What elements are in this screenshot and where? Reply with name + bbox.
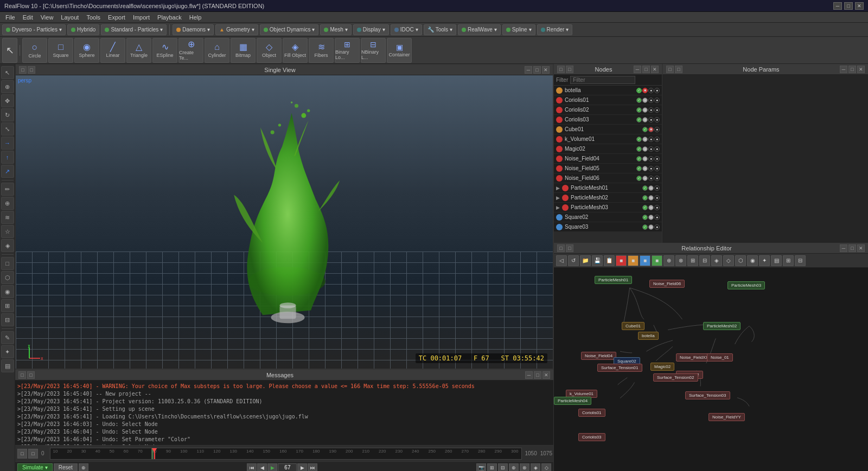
- pb-btn-r3[interactable]: ⊕: [509, 463, 519, 472]
- messages-body[interactable]: >[23/May/2023 16:45:40] - WARNING: Your …: [15, 380, 553, 445]
- node-active-botella[interactable]: ✓: [636, 88, 642, 93]
- sidebar-btn-15[interactable]: ⬡: [1, 271, 14, 284]
- container-btn[interactable]: ▣ Container: [387, 38, 412, 63]
- rel-node-particlemesh01[interactable]: ParticleMesh01: [595, 276, 632, 284]
- node-b-c01[interactable]: ●: [642, 98, 648, 103]
- node-b-pm03[interactable]: ●: [648, 205, 654, 210]
- node-c-c01[interactable]: ●: [648, 98, 654, 103]
- node-a-sq03[interactable]: ✓: [642, 224, 648, 230]
- node-a-c02[interactable]: ✓: [636, 107, 642, 113]
- node-c-nf06[interactable]: ●: [648, 176, 654, 181]
- rel-ctrl-2[interactable]: □: [566, 244, 573, 252]
- node-c-pm01[interactable]: ●: [654, 185, 660, 191]
- pb-next-frame[interactable]: ▶: [297, 463, 307, 472]
- node-b-sq02[interactable]: ●: [648, 215, 654, 220]
- sidebar-btn-13[interactable]: ◈: [1, 239, 14, 252]
- sidebar-btn-10[interactable]: ⊕: [1, 197, 14, 210]
- rel-btn-10[interactable]: ⊕: [663, 255, 674, 266]
- hybrido-btn[interactable]: Hybrido: [67, 24, 99, 35]
- circle-btn[interactable]: ○ Circle: [22, 38, 47, 63]
- rel-node-botella[interactable]: botella: [638, 332, 659, 340]
- rel-ctrl-4[interactable]: □: [848, 244, 856, 252]
- node-a-cube01[interactable]: ✓: [642, 127, 648, 132]
- sidebar-btn-6[interactable]: →: [1, 137, 14, 150]
- menu-import[interactable]: Import: [130, 14, 153, 21]
- rel-node-noisefield04[interactable]: Noise_Field04: [581, 352, 616, 360]
- node-b-cube01[interactable]: ■: [648, 127, 654, 132]
- rel-node-noise01[interactable]: Noise_01: [707, 353, 733, 362]
- pb-reset-btn[interactable]: Reset: [54, 463, 78, 472]
- pb-extra-btn-1[interactable]: ⊕: [79, 463, 88, 472]
- menu-tools[interactable]: Tools: [83, 14, 104, 21]
- sidebar-btn-14[interactable]: □: [1, 257, 14, 270]
- menu-edit[interactable]: Edit: [20, 14, 36, 21]
- nodes-ctrl-5[interactable]: ✕: [651, 66, 659, 73]
- timeline-track[interactable]: 10 20 30 40 50 60 70 80 90 100 110: [50, 448, 522, 460]
- node-a-sq02[interactable]: ✓: [642, 215, 648, 220]
- sidebar-btn-4[interactable]: ↻: [1, 108, 14, 121]
- node-d-kv01[interactable]: ●: [654, 137, 660, 142]
- menu-file[interactable]: File: [2, 14, 18, 21]
- node-b-sq03[interactable]: ●: [648, 224, 654, 230]
- pb-btn-r6[interactable]: ◇: [541, 463, 551, 472]
- node-d-c02[interactable]: ●: [654, 107, 660, 113]
- msg-ctrl-2[interactable]: □: [27, 371, 35, 379]
- sidebar-btn-9[interactable]: ✏: [1, 183, 14, 196]
- rel-node-particlemesh03[interactable]: ParticleMesh03: [727, 281, 765, 289]
- node-more-botella[interactable]: ●: [648, 88, 654, 93]
- binary-lo-btn[interactable]: ⊞ Binary Lo...: [335, 38, 360, 63]
- np-ctrl-4[interactable]: □: [848, 66, 856, 73]
- node-item-pmesh01[interactable]: ▶ ParticleMesh01 ✓ ● ●: [554, 183, 662, 193]
- menu-view[interactable]: View: [37, 14, 57, 21]
- node-item-botella[interactable]: botella ✓ ■ ● ●: [554, 86, 662, 95]
- node-b-nf04[interactable]: ●: [642, 156, 648, 162]
- node-item-noise04[interactable]: Noise_Field04 ✓ ● ● ●: [554, 154, 662, 164]
- idoc-btn[interactable]: IDOC ▾: [391, 24, 422, 35]
- node-item-coriolis01[interactable]: Coriolis01 ✓ ● ● ●: [554, 95, 662, 105]
- rel-btn-18[interactable]: ✦: [759, 255, 770, 266]
- node-a-pm02[interactable]: ✓: [642, 195, 648, 201]
- rel-ctrl-5[interactable]: ✕: [857, 244, 865, 252]
- rel-ctrl-3[interactable]: ─: [840, 244, 847, 252]
- rel-node-noisefieldyy[interactable]: Noise_FieldYY: [709, 413, 745, 421]
- triangle-btn[interactable]: △ Triangle: [126, 38, 151, 63]
- msg-ctrl-4[interactable]: □: [534, 371, 541, 379]
- sidebar-select-btn[interactable]: ↖: [1, 66, 14, 79]
- fibers-btn[interactable]: ≋ Fibers: [309, 38, 334, 63]
- node-c-m02[interactable]: ●: [648, 146, 654, 152]
- pb-btn-r4[interactable]: ⊗: [520, 463, 529, 472]
- rel-ctrl-1[interactable]: □: [557, 244, 565, 252]
- node-c-kv01[interactable]: ●: [648, 137, 654, 142]
- node-a-pm03[interactable]: ✓: [642, 205, 648, 210]
- node-item-coriolis02[interactable]: Coriolis02 ✓ ● ● ●: [554, 105, 662, 115]
- node-c-c02[interactable]: ●: [648, 107, 654, 113]
- node-item-noise05[interactable]: Noise_Field05 ✓ ● ● ●: [554, 164, 662, 173]
- np-ctrl-5[interactable]: ✕: [857, 66, 865, 73]
- rel-node-coriolis01[interactable]: Coriolis01: [578, 409, 605, 417]
- node-d-c01[interactable]: ●: [654, 98, 660, 103]
- node-c-pm03[interactable]: ●: [654, 205, 660, 210]
- rel-btn-20[interactable]: ⊞: [783, 255, 794, 266]
- rel-btn-7[interactable]: ■: [628, 255, 639, 266]
- rel-node-stension01[interactable]: Surface_Tension01: [597, 364, 642, 372]
- node-a-nf04[interactable]: ✓: [636, 156, 642, 162]
- node-a-nf05[interactable]: ✓: [636, 166, 642, 171]
- tl-btn-1[interactable]: □: [17, 449, 27, 459]
- node-item-square02[interactable]: Square02 ✓ ● ●: [554, 212, 662, 222]
- dyverso-particles-btn[interactable]: Dyverso - Particles ▾: [2, 24, 66, 35]
- create-te-btn[interactable]: ⊕ Create Te...: [178, 38, 203, 63]
- rel-btn-9[interactable]: ■: [652, 255, 662, 266]
- node-b-pm02[interactable]: ●: [648, 195, 654, 201]
- rel-btn-19[interactable]: ▤: [771, 255, 782, 266]
- pb-simulate-btn[interactable]: Simulate ▾: [17, 463, 53, 472]
- pb-btn-r1[interactable]: ⊞: [487, 463, 497, 472]
- node-c-sq02[interactable]: ●: [654, 215, 660, 220]
- espline-btn[interactable]: ∿ ESpline: [152, 38, 177, 63]
- node-item-pmesh02[interactable]: ▶ ParticleMesh02 ✓ ● ●: [554, 193, 662, 203]
- rel-canvas[interactable]: ParticleMesh01 Cube01 botella Noise_Fiel…: [554, 268, 868, 471]
- node-b-nf06[interactable]: ●: [642, 176, 648, 181]
- select-tool-btn[interactable]: ↖: [2, 38, 17, 63]
- vp-ctrl-1[interactable]: □: [19, 66, 27, 74]
- rel-btn-2[interactable]: ↺: [568, 255, 579, 266]
- sidebar-btn-11[interactable]: ≋: [1, 211, 14, 224]
